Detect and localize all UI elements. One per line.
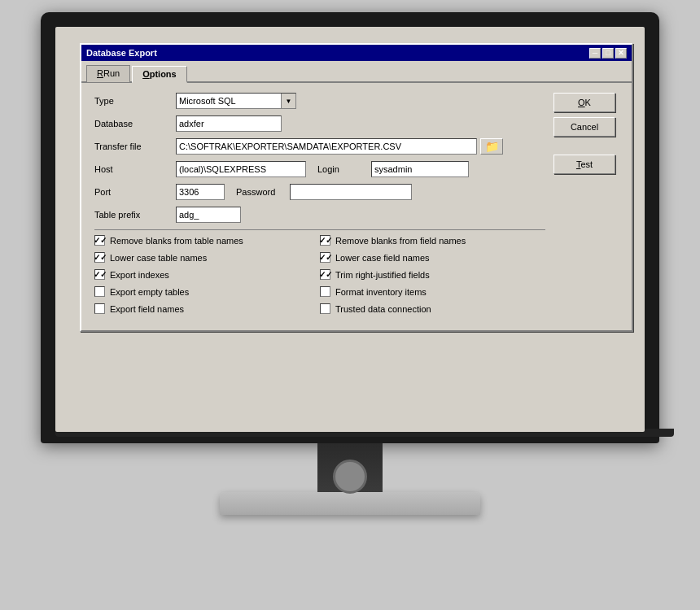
title-bar-buttons: ─ □ ✕ bbox=[589, 48, 627, 59]
trusted-data-checkbox[interactable] bbox=[320, 303, 330, 314]
checkmark-icon: ✓ bbox=[319, 253, 326, 262]
tab-options[interactable]: Options bbox=[132, 66, 187, 83]
checkmark-icon: ✓ bbox=[94, 270, 100, 279]
export-empty-tables-label: Export empty tables bbox=[110, 287, 189, 297]
transfer-file-input[interactable] bbox=[176, 138, 477, 155]
checkboxes-right: ✓ Remove blanks from field names ✓ Lower… bbox=[320, 235, 545, 320]
folder-icon: 📁 bbox=[485, 140, 499, 153]
trim-right-label: Trim right-justified fields bbox=[335, 270, 430, 280]
type-row: Type Microsoft SQL MySQL PostgreSQL ▼ bbox=[94, 93, 545, 109]
dialog-content: Type Microsoft SQL MySQL PostgreSQL ▼ bbox=[81, 83, 632, 330]
trim-right-checkbox[interactable]: ✓ bbox=[320, 269, 330, 280]
ok-button[interactable]: OK bbox=[553, 93, 615, 112]
remove-blanks-field-label: Remove blanks from field names bbox=[335, 236, 466, 246]
export-field-names-checkbox[interactable] bbox=[94, 303, 105, 314]
remove-blanks-table-checkbox[interactable]: ✓ bbox=[94, 235, 105, 246]
checkbox-format-inventory: Format inventory items bbox=[320, 286, 545, 297]
test-button[interactable]: Test bbox=[553, 155, 615, 174]
checkboxes-left: ✓ Remove blanks from table names ✓ Lower… bbox=[94, 235, 320, 320]
checkbox-export-empty-tables: Export empty tables bbox=[94, 286, 320, 297]
export-indexes-label: Export indexes bbox=[110, 270, 169, 280]
browse-button[interactable]: 📁 bbox=[480, 138, 503, 155]
checkbox-trusted-data: Trusted data connection bbox=[320, 303, 545, 314]
port-input[interactable] bbox=[176, 184, 225, 200]
transfer-file-row: Transfer file 📁 bbox=[94, 138, 545, 155]
title-bar: Database Export ─ □ ✕ bbox=[81, 45, 632, 61]
checkbox-remove-blanks-field: ✓ Remove blanks from field names bbox=[320, 235, 545, 246]
checkbox-lower-case-table: ✓ Lower case table names bbox=[94, 252, 320, 263]
table-prefix-row: Table prefix bbox=[94, 207, 545, 223]
database-row: Database bbox=[94, 115, 545, 132]
lower-case-table-checkbox[interactable]: ✓ bbox=[94, 252, 105, 263]
host-row: Host Login bbox=[94, 161, 545, 177]
database-input[interactable] bbox=[176, 115, 282, 132]
lower-case-table-label: Lower case table names bbox=[110, 253, 207, 263]
type-label: Type bbox=[94, 96, 176, 106]
host-label: Host bbox=[94, 164, 176, 174]
checkbox-trim-right: ✓ Trim right-justified fields bbox=[320, 269, 545, 280]
port-label: Port bbox=[94, 187, 176, 197]
trusted-data-label: Trusted data connection bbox=[335, 304, 431, 314]
password-label: Password bbox=[236, 187, 285, 197]
tab-run[interactable]: RRun bbox=[86, 65, 130, 82]
monitor-neck bbox=[317, 443, 383, 492]
dialog-window: Database Export ─ □ ✕ RRun Options bbox=[80, 43, 633, 332]
checkmark-icon: ✓ bbox=[94, 253, 100, 262]
checkbox-lower-case-field: ✓ Lower case field names bbox=[320, 252, 545, 263]
remove-blanks-field-checkbox[interactable]: ✓ bbox=[320, 235, 330, 246]
remove-blanks-table-label: Remove blanks from table names bbox=[110, 236, 243, 246]
table-prefix-input[interactable] bbox=[176, 207, 241, 223]
cancel-label: Cancel bbox=[571, 122, 598, 132]
transfer-file-label: Transfer file bbox=[94, 142, 176, 151]
checkbox-export-indexes: ✓ Export indexes bbox=[94, 269, 320, 280]
monitor-screen: Database Export ─ □ ✕ RRun Options bbox=[55, 27, 645, 432]
password-input[interactable] bbox=[290, 184, 412, 200]
main-form: Type Microsoft SQL MySQL PostgreSQL ▼ bbox=[94, 93, 545, 320]
lower-case-field-checkbox[interactable]: ✓ bbox=[320, 252, 330, 263]
export-field-names-label: Export field names bbox=[110, 304, 184, 314]
type-dropdown[interactable]: Microsoft SQL MySQL PostgreSQL ▼ bbox=[176, 93, 296, 109]
monitor-base bbox=[220, 492, 480, 515]
monitor-bezel: Database Export ─ □ ✕ RRun Options bbox=[41, 12, 659, 443]
minimize-button[interactable]: ─ bbox=[589, 48, 601, 59]
checkmark-icon: ✓ bbox=[319, 236, 326, 245]
checkmark-icon: ✓ bbox=[319, 270, 326, 279]
export-indexes-checkbox[interactable]: ✓ bbox=[94, 269, 105, 280]
port-row: Port Password bbox=[94, 184, 545, 200]
host-input[interactable] bbox=[176, 161, 306, 177]
maximize-button[interactable]: □ bbox=[602, 48, 614, 59]
monitor: Database Export ─ □ ✕ RRun Options bbox=[33, 12, 667, 598]
buttons-panel: OK Cancel Test bbox=[553, 93, 619, 320]
close-button[interactable]: ✕ bbox=[615, 48, 627, 59]
checkbox-remove-blanks-table: ✓ Remove blanks from table names bbox=[94, 235, 320, 246]
database-label: Database bbox=[94, 119, 176, 129]
table-prefix-label: Table prefix bbox=[94, 210, 176, 220]
type-select[interactable]: Microsoft SQL MySQL PostgreSQL bbox=[177, 94, 295, 108]
lower-case-field-label: Lower case field names bbox=[335, 253, 430, 263]
tabs-bar: RRun Options bbox=[81, 61, 632, 83]
ok-underline: OK bbox=[578, 98, 591, 107]
test-underline: Test bbox=[576, 159, 593, 169]
format-inventory-label: Format inventory items bbox=[335, 287, 427, 297]
login-label: Login bbox=[317, 164, 366, 174]
title-bar-text: Database Export bbox=[86, 48, 157, 58]
checkbox-export-field-names: Export field names bbox=[94, 303, 320, 314]
cancel-button[interactable]: Cancel bbox=[553, 117, 615, 137]
login-input[interactable] bbox=[371, 161, 469, 177]
checkmark-icon: ✓ bbox=[94, 236, 100, 245]
export-empty-tables-checkbox[interactable] bbox=[94, 286, 105, 297]
format-inventory-checkbox[interactable] bbox=[320, 286, 330, 297]
checkboxes-grid: ✓ Remove blanks from table names ✓ Lower… bbox=[94, 229, 545, 320]
